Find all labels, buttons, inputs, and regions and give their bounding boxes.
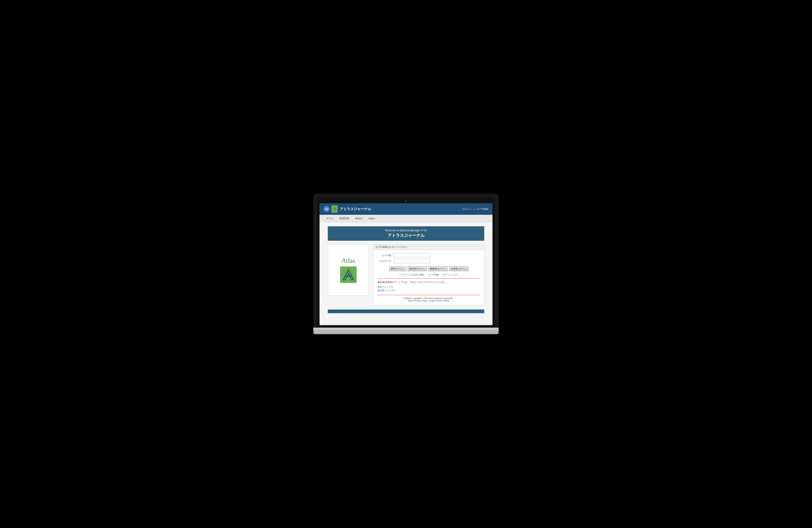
app-header: em A アトラスジャーナル ログイン ｜ ユーザ登録 bbox=[320, 203, 492, 215]
header-left: em A アトラスジャーナル bbox=[324, 205, 371, 213]
links-row: パスワードを忘れた場合 ユーザ登録 ログインヘルプ bbox=[377, 273, 480, 276]
reviewer-login-button[interactable]: 査読者ログイン bbox=[407, 266, 427, 271]
welcome-line2: アトラスジャーナル bbox=[332, 233, 480, 238]
screen: em A アトラスジャーナル ログイン ｜ ユーザ登録 bbox=[320, 203, 492, 325]
chevron-down-icon: ▾ bbox=[362, 217, 363, 219]
login-box-title: 以下の情報を入力してください bbox=[373, 244, 484, 250]
author-login-button[interactable]: 著者ログイン bbox=[389, 266, 406, 271]
laptop-frame: em A アトラスジャーナル ログイン ｜ ユーザ登録 bbox=[313, 194, 499, 334]
em-badge: em bbox=[324, 206, 330, 212]
svg-text:A: A bbox=[333, 206, 336, 212]
atlas-text: Atlas bbox=[342, 257, 356, 265]
nav-bar: ホーム 新規投稿 About ▾ Help ▾ bbox=[320, 215, 492, 222]
user-register-link[interactable]: ユーザ登録 bbox=[427, 273, 439, 276]
manual-description: 著者/査読者用のマニュアルは、下記よりダウンロードしてください。 bbox=[377, 281, 480, 284]
manual-links: 著者マニュアル 査読者マニュアル bbox=[377, 285, 480, 292]
logo-box: Atlas bbox=[328, 244, 369, 296]
login-form: ユーザ名: パスワード: 著者ログイン 査読者ログイン 編集者ログイン bbox=[373, 250, 484, 305]
privacy-links: Aries Privacy Policy | Data Privacy Poli… bbox=[377, 299, 480, 302]
content-area: Atlas 以下の情報を入力してください bbox=[328, 244, 484, 305]
reviewer-manual-link[interactable]: 査読者マニュアル bbox=[377, 289, 480, 292]
welcome-line1: Welcome to Editorial Manager ® for bbox=[332, 229, 480, 232]
username-input[interactable] bbox=[393, 253, 431, 257]
svg-marker-2 bbox=[343, 270, 353, 280]
publisher-login-button[interactable]: 出版者ログイン bbox=[449, 266, 468, 271]
forgot-password-link[interactable]: パスワードを忘れた場合 bbox=[400, 273, 424, 276]
author-manual-link[interactable]: 著者マニュアル bbox=[377, 285, 480, 288]
username-row: ユーザ名: bbox=[377, 253, 480, 257]
button-row: 著者ログイン 査読者ログイン 編集者ログイン 出版者ログイン bbox=[377, 266, 480, 271]
site-title: アトラスジャーナル bbox=[340, 207, 371, 212]
screen-bezel: em A アトラスジャーナル ログイン ｜ ユーザ登録 bbox=[317, 198, 495, 328]
login-link[interactable]: ログイン bbox=[462, 208, 472, 211]
copyright-section: Software Copyright © 2024 Aries Systems … bbox=[377, 295, 480, 302]
laptop-base bbox=[313, 328, 499, 332]
username-label: ユーザ名: bbox=[377, 254, 392, 257]
login-help-link[interactable]: ログインヘルプ bbox=[442, 273, 458, 276]
atlas-logo-svg bbox=[342, 269, 354, 281]
footer-bar bbox=[328, 310, 484, 313]
password-input[interactable] bbox=[393, 259, 431, 263]
register-link[interactable]: ユーザ登録 bbox=[476, 208, 488, 211]
header-separator: ｜ bbox=[473, 208, 476, 211]
password-label: パスワード: bbox=[377, 259, 392, 263]
laptop-bottom bbox=[313, 332, 499, 334]
copyright-text: Software Copyright © 2024 Aries Systems … bbox=[377, 297, 480, 299]
nav-home[interactable]: ホーム bbox=[326, 215, 334, 222]
aries-privacy-link[interactable]: Aries Privacy Policy bbox=[408, 299, 428, 302]
main-content: Welcome to Editorial Manager ® for アトラスジ… bbox=[320, 222, 492, 325]
welcome-banner: Welcome to Editorial Manager ® for アトラスジ… bbox=[328, 226, 484, 241]
chevron-down-icon: ▾ bbox=[375, 217, 376, 219]
nav-help[interactable]: Help ▾ bbox=[368, 215, 376, 222]
atlas-icon-box bbox=[340, 267, 357, 283]
editor-login-button[interactable]: 編集者ログイン bbox=[428, 266, 448, 271]
nav-about[interactable]: About ▾ bbox=[354, 215, 363, 222]
camera bbox=[405, 200, 407, 202]
logo-icon: A bbox=[332, 205, 338, 213]
password-row: パスワード: bbox=[377, 259, 480, 263]
login-box: 以下の情報を入力してください ユーザ名: パスワード: bbox=[373, 244, 484, 305]
nav-new-submission[interactable]: 新規投稿 bbox=[339, 215, 350, 222]
header-right: ログイン ｜ ユーザ登録 bbox=[462, 208, 488, 211]
data-privacy-link[interactable]: Data Privacy Policy bbox=[430, 299, 449, 302]
